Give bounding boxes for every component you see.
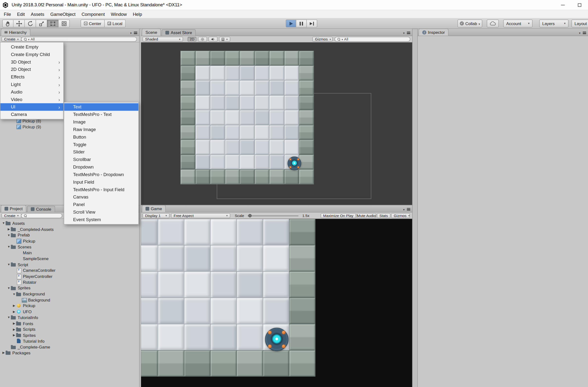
cloud-button[interactable] — [487, 20, 499, 27]
scene-effects-dropdown[interactable] — [219, 37, 230, 42]
project-item-script[interactable]: Script — [0, 262, 139, 267]
project-item-packages[interactable]: Packages — [0, 350, 139, 356]
submenu-item-dropdown[interactable]: Dropdown — [64, 163, 138, 171]
project-item-prefab[interactable]: Prefab — [0, 232, 139, 238]
panel-menu-icon[interactable] — [583, 31, 586, 34]
project-item-samplescene[interactable]: SampleScene — [0, 256, 139, 262]
menu-item-create-empty[interactable]: Create Empty — [0, 43, 63, 51]
tab-hierarchy[interactable]: Hierarchy — [1, 28, 30, 36]
collab-dropdown[interactable]: Collab — [458, 20, 483, 27]
submenu-item-slider[interactable]: Slider — [64, 148, 138, 156]
game-viewport[interactable] — [141, 219, 412, 387]
project-item-pickup[interactable]: Pickup — [0, 238, 139, 244]
project-item-rotator[interactable]: Rotator — [0, 279, 139, 285]
panel-dropdown-icon[interactable] — [579, 30, 580, 35]
tree-open-arrow-icon[interactable] — [1, 222, 6, 225]
submenu-item-panel[interactable]: Panel — [64, 201, 138, 208]
menu-edit[interactable]: Edit — [14, 10, 28, 18]
scale-slider-track[interactable] — [247, 216, 298, 216]
submenu-item-text[interactable]: Text — [64, 103, 138, 111]
tree-closed-arrow-icon[interactable] — [12, 328, 16, 331]
aspect-ratio-dropdown[interactable]: Free Aspect — [171, 213, 231, 218]
tree-open-arrow-icon[interactable] — [7, 286, 11, 290]
menu-assets[interactable]: Assets — [28, 10, 47, 18]
layout-dropdown[interactable]: Layout — [571, 20, 588, 27]
pause-button[interactable] — [296, 20, 307, 27]
panel-menu-icon[interactable] — [134, 31, 137, 34]
submenu-item-event-system[interactable]: Event System — [64, 216, 138, 223]
shading-mode-dropdown[interactable]: Shaded — [143, 37, 183, 42]
tree-closed-arrow-icon[interactable] — [12, 333, 16, 337]
submenu-item-textmeshpro-text[interactable]: TextMeshPro - Text — [64, 111, 138, 118]
project-item-completed-assets[interactable]: _Completed-Assets — [0, 226, 139, 232]
project-item-tutorial-info[interactable]: Tutorial Info — [0, 338, 139, 344]
space-local-button[interactable]: Local — [105, 20, 126, 27]
submenu-item-input-field[interactable]: Input Field — [64, 178, 138, 186]
panel-menu-icon[interactable] — [407, 31, 410, 34]
menu-item-ui[interactable]: UI — [0, 103, 63, 111]
menu-item-video[interactable]: Video — [0, 96, 63, 103]
menu-file[interactable]: File — [1, 10, 14, 18]
tree-open-arrow-icon[interactable] — [7, 233, 11, 237]
submenu-item-toggle[interactable]: Toggle — [64, 141, 138, 148]
scene-gizmos-dropdown[interactable]: Gizmos — [312, 37, 333, 42]
menu-help[interactable]: Help — [130, 10, 145, 18]
pivot-center-button[interactable]: Center — [81, 20, 105, 27]
menu-gameobject[interactable]: GameObject — [47, 10, 78, 18]
submenu-item-raw-image[interactable]: Raw Image — [64, 126, 138, 133]
tree-closed-arrow-icon[interactable] — [12, 304, 16, 308]
project-search-input[interactable] — [21, 213, 62, 218]
2d-mode-toggle[interactable]: 2D — [188, 37, 197, 42]
ufo-sprite-scene[interactable] — [288, 157, 301, 170]
tree-open-arrow-icon[interactable] — [7, 245, 11, 249]
maximize-button[interactable] — [571, 0, 588, 10]
project-item-background[interactable]: Background — [0, 291, 139, 297]
maximize-on-play-toggle[interactable]: Maximize On Play — [321, 213, 356, 218]
submenu-item-textmeshpro-dropdown[interactable]: TextMeshPro - Dropdown — [64, 171, 138, 178]
tab-scene[interactable]: Scene — [142, 28, 161, 36]
menu-item-3d-object[interactable]: 3D Object — [0, 58, 63, 66]
account-dropdown[interactable]: Account — [503, 20, 532, 27]
game-gizmos-dropdown[interactable]: Gizmos — [391, 213, 410, 218]
project-item-complete-game[interactable]: _Complete-Game — [0, 344, 139, 350]
display-dropdown[interactable]: Display 1 — [143, 213, 169, 218]
menu-item-effects[interactable]: Effects — [0, 73, 63, 81]
move-tool-button[interactable] — [13, 20, 24, 27]
hand-tool-button[interactable] — [2, 20, 13, 27]
project-create-button[interactable]: Create — [1, 213, 21, 218]
project-item-fonts[interactable]: Fonts — [0, 320, 139, 326]
project-item-playercontroller[interactable]: PlayerController — [0, 273, 139, 279]
project-item-ufo[interactable]: UFO — [0, 309, 139, 315]
submenu-item-scroll-view[interactable]: Scroll View — [64, 208, 138, 216]
minimize-button[interactable] — [554, 0, 571, 10]
submenu-item-canvas[interactable]: Canvas — [64, 193, 138, 201]
submenu-item-scrollbar[interactable]: Scrollbar — [64, 156, 138, 163]
menu-window[interactable]: Window — [108, 10, 130, 18]
submenu-item-image[interactable]: Image — [64, 118, 138, 126]
tree-open-arrow-icon[interactable] — [7, 263, 11, 266]
rotate-tool-button[interactable] — [25, 20, 36, 27]
submenu-item-textmeshpro-input-field[interactable]: TextMeshPro - Input Field — [64, 186, 138, 193]
menu-item-light[interactable]: Light — [0, 81, 63, 88]
menu-component[interactable]: Component — [79, 10, 108, 18]
scene-audio-toggle[interactable] — [209, 37, 217, 42]
step-button[interactable] — [307, 20, 317, 27]
tree-closed-arrow-icon[interactable] — [12, 310, 16, 314]
tree-closed-arrow-icon[interactable] — [1, 351, 6, 355]
submenu-item-button[interactable]: Button — [64, 133, 138, 141]
menu-item-2d-object[interactable]: 2D Object — [0, 66, 63, 73]
project-item-scenes[interactable]: Scenes — [0, 244, 139, 250]
tab-asset-store[interactable]: Asset Store — [162, 29, 196, 36]
tree-open-arrow-icon[interactable] — [7, 316, 11, 319]
menu-item-camera[interactable]: Camera — [0, 111, 63, 118]
transform-tool-button[interactable] — [58, 20, 70, 27]
scale-slider-thumb[interactable] — [248, 214, 252, 218]
menu-item-create-empty-child[interactable]: Create Empty Child — [0, 51, 63, 58]
project-item-tutorialinfo[interactable]: TutorialInfo — [0, 315, 139, 320]
project-item-cameracontroller[interactable]: CameraController — [0, 267, 139, 273]
project-item-scripts[interactable]: Scripts — [0, 326, 139, 332]
play-button[interactable] — [286, 20, 296, 27]
layers-dropdown[interactable]: Layers — [539, 20, 568, 27]
rect-tool-button[interactable] — [47, 20, 58, 27]
tree-closed-arrow-icon[interactable] — [7, 228, 11, 231]
